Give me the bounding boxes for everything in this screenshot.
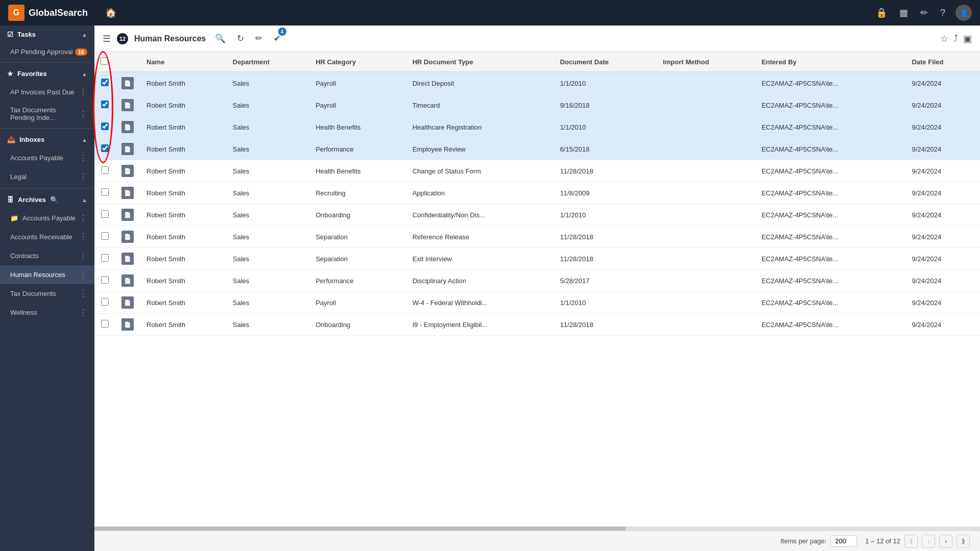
table-row[interactable]: 📄Robert SmithSalesOnboardingConfidential… [94,204,980,226]
row-checkbox-cell[interactable] [94,270,115,292]
sidebar-item-ap-pending[interactable]: AP Pending Approval 16 [0,43,94,60]
ap-invoices-menu[interactable]: ⋮ [79,87,87,97]
arch-wellness-menu[interactable]: ⋮ [79,308,87,317]
row-checkbox[interactable] [101,79,109,86]
col-name[interactable]: Name [140,52,227,72]
row-checkbox[interactable] [101,298,109,306]
row-checkbox-cell[interactable] [94,138,115,160]
refresh-button[interactable]: ↻ [234,31,247,46]
help-icon[interactable]: ? [938,6,947,20]
arch-ap-menu[interactable]: ⋮ [79,213,87,223]
sidebar-item-arch-ar[interactable]: Accounts Receivable ⋮ [0,228,94,246]
table-row[interactable]: 📄Robert SmithSalesOnboardingI9 - Employm… [94,314,980,336]
share-icon[interactable]: ⤴ [953,33,958,44]
next-page-button[interactable]: › [939,535,952,548]
row-checkbox[interactable] [101,122,109,130]
prev-page-button[interactable]: ‹ [922,535,935,548]
edit-button[interactable]: ✏ [253,31,265,46]
col-hr-doc-type[interactable]: HR Document Type [406,52,554,72]
sidebar-item-arch-tax[interactable]: Tax Documents ⋮ [0,284,94,303]
row-checkbox-cell[interactable] [94,292,115,314]
table-row[interactable]: 📄Robert SmithSalesHealth BenefitsChange … [94,160,980,182]
archives-header[interactable]: 🗄 Archives 🔍 ▲ [0,191,94,209]
home-button[interactable]: 🏠 [100,4,121,21]
tax-docs-menu[interactable]: ⋮ [79,109,87,119]
row-checkbox-cell[interactable] [94,160,115,182]
row-hr-category: Performance [309,138,406,160]
avatar[interactable]: 👤 [955,5,972,21]
notification-badge[interactable]: 12 [117,33,128,44]
table-row[interactable]: 📄Robert SmithSalesPayrollW-4 - Federal W… [94,292,980,314]
arch-contracts-menu[interactable]: ⋮ [79,251,87,261]
horizontal-scrollbar[interactable] [94,527,980,531]
col-checkbox[interactable] [94,52,115,72]
table-row[interactable]: 📄Robert SmithSalesPerformanceDisciplinar… [94,270,980,292]
row-checkbox-cell[interactable] [94,314,115,336]
sidebar-item-inbox-ap[interactable]: Accounts Payable ⋮ [0,148,94,167]
inboxes-header[interactable]: 📥 Inboxes ▲ [0,131,94,148]
per-page-select[interactable]: 50 100 200 500 [830,535,857,547]
layout-icon[interactable]: ▣ [963,33,972,44]
col-import-method[interactable]: Import Method [657,52,755,72]
tasks-button[interactable]: ✔ 4 [271,31,283,46]
row-checkbox-cell[interactable] [94,116,115,138]
row-checkbox-cell[interactable] [94,204,115,226]
arch-hr-menu[interactable]: ⋮ [79,270,87,280]
col-doc-date[interactable]: Document Date [554,52,657,72]
last-page-button[interactable]: ⟫ [957,535,970,548]
star-icon[interactable]: ☆ [940,33,948,44]
row-checkbox[interactable] [101,276,109,284]
row-checkbox[interactable] [101,144,109,152]
row-checkbox[interactable] [101,101,109,108]
col-hr-category[interactable]: HR Category [309,52,406,72]
lock-icon[interactable]: 🔒 [874,5,889,20]
table-row[interactable]: 📄Robert SmithSalesHealth BenefitsHealthc… [94,116,980,138]
row-checkbox-cell[interactable] [94,182,115,204]
scrollbar-thumb[interactable] [94,527,626,531]
grid-icon[interactable]: ▦ [897,5,910,20]
table-row[interactable]: 📄Robert SmithSalesPerformanceEmployee Re… [94,138,980,160]
favorites-header[interactable]: ★ Favorites ▲ [0,65,94,83]
row-checkbox-cell[interactable] [94,226,115,248]
sidebar-item-arch-contracts[interactable]: Contracts ⋮ [0,246,94,265]
row-checkbox-cell[interactable] [94,94,115,116]
row-checkbox-cell[interactable] [94,248,115,270]
search-button[interactable]: 🔍 [212,31,228,46]
row-checkbox[interactable] [101,320,109,328]
col-date-filed[interactable]: Date Filed [905,52,980,72]
col-department[interactable]: Department [227,52,310,72]
row-checkbox[interactable] [101,210,109,218]
row-checkbox[interactable] [101,254,109,262]
sidebar-item-arch-hr[interactable]: Human Resources ⋮ [0,265,94,284]
sidebar-item-tax-docs[interactable]: Tax Documents Pending Inde... ⋮ [0,102,94,126]
row-department: Sales [227,138,310,160]
table-row[interactable]: 📄Robert SmithSalesSeparationExit Intervi… [94,248,980,270]
sidebar-item-ap-invoices[interactable]: AP Invoices Past Due ⋮ [0,83,94,102]
table-row[interactable]: 📄Robert SmithSalesPayrollDirect Deposit1… [94,72,980,94]
row-checkbox[interactable] [101,188,109,196]
select-all-checkbox[interactable] [101,57,108,65]
inbox-legal-menu[interactable]: ⋮ [79,172,87,182]
inbox-ap-menu[interactable]: ⋮ [79,153,87,163]
sidebar-item-arch-wellness[interactable]: Wellness ⋮ [0,303,94,322]
first-page-button[interactable]: ⟪ [904,535,918,548]
hamburger-icon[interactable]: ☰ [103,33,111,44]
favorites-icon: ★ [7,70,13,78]
tasks-header[interactable]: ☑ Tasks ▲ [0,26,94,43]
arch-tax-menu[interactable]: ⋮ [79,289,87,298]
table-row[interactable]: 📄Robert SmithSalesSeparationReference Re… [94,226,980,248]
row-checkbox-cell[interactable] [94,72,115,94]
row-checkbox[interactable] [101,166,109,174]
table-row[interactable]: 📄Robert SmithSalesRecruitingApplication1… [94,182,980,204]
row-hr-category: Payroll [309,72,406,94]
arch-ar-menu[interactable]: ⋮ [79,232,87,242]
page-range-text: 1 – 12 of 12 [865,537,900,545]
app-logo[interactable]: G GlobalSearch [8,5,88,21]
col-entered-by[interactable]: Entered By [755,52,906,72]
row-checkbox[interactable] [101,232,109,240]
edit-icon[interactable]: ✏ [918,5,930,20]
sidebar-item-inbox-legal[interactable]: Legal ⋮ [0,167,94,186]
archives-search-icon[interactable]: 🔍 [50,196,58,204]
table-row[interactable]: 📄Robert SmithSalesPayrollTimecard9/16/20… [94,94,980,116]
sidebar-item-arch-ap[interactable]: 📁 Accounts Payable ⋮ [0,209,94,228]
